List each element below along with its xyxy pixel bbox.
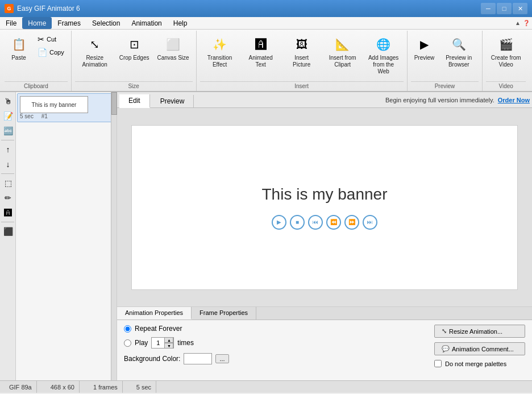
main-layout: 🖱 📝 🔤 ↑ ↓ ⬚ ✏ 🅰 ⬛ This is my banner 5 se… — [0, 92, 532, 380]
resize-animation-button[interactable]: ⤡ Resize Animation — [75, 33, 115, 70]
play-button[interactable]: ▶ — [272, 215, 286, 230]
clipboard-group: 📋 Paste ✂ Cut 📄 Copy Clipboard — [2, 31, 72, 91]
animation-comment-button[interactable]: 💬 Animation Comment... — [434, 342, 525, 355]
preview-group: ▶ Preview 🔍 Preview in Browser Preview — [409, 31, 483, 91]
select-area-button[interactable]: ⬚ — [1, 176, 15, 190]
maximize-button[interactable]: □ — [497, 3, 512, 14]
bg-color-browse-button[interactable]: ... — [215, 354, 228, 363]
ribbon: 📋 Paste ✂ Cut 📄 Copy Clipboard ⤡ Resize … — [0, 30, 532, 92]
next-frame-button[interactable]: ⏩ — [344, 215, 359, 230]
close-button[interactable]: ✕ — [513, 3, 527, 14]
status-duration: 5 sec — [132, 381, 156, 393]
play-times-radio[interactable] — [124, 339, 131, 347]
add-images-web-button[interactable]: 🌐 Add Images from the Web — [364, 33, 404, 77]
app-icon: G — [5, 4, 14, 13]
status-bar: GIF 89a 468 x 60 1 frames 5 sec — [0, 380, 532, 393]
text-add-button[interactable]: 🅰 — [1, 206, 15, 219]
preview-icon: ▶ — [415, 35, 433, 53]
bg-color-row: Background Color: ... — [124, 353, 229, 364]
first-frame-button[interactable]: ⏮ — [308, 215, 323, 230]
preview-browser-icon: 🔍 — [450, 35, 468, 53]
insert-clipart-button[interactable]: 📐 Insert from Clipart — [323, 33, 363, 70]
scrollbar-thumb[interactable] — [111, 92, 117, 115]
promo-text: Begin enjoying full version immediately. — [385, 97, 494, 103]
content-top-bar: Edit Preview Begin enjoying full version… — [117, 92, 532, 108]
last-frame-button[interactable]: ⏭ — [363, 215, 377, 230]
frame-duration: 5 sec #1 — [20, 113, 113, 119]
draw-tool-button[interactable]: ✏ — [1, 191, 15, 205]
cut-button[interactable]: ✂ Cut — [34, 33, 68, 45]
play-times-down[interactable]: ▼ — [164, 343, 173, 349]
animation-comment-icon: 💬 — [442, 345, 450, 352]
menu-help[interactable]: Help — [168, 17, 193, 29]
crop-edges-button[interactable]: ⊡ Crop Edges — [116, 33, 153, 64]
stop-button[interactable]: ■ — [290, 215, 305, 230]
prev-frame-button[interactable]: ⏪ — [326, 215, 341, 230]
properties-right: ⤡ Resize Animation... 💬 Animation Commen… — [434, 325, 525, 367]
canvas-area: This is my banner ▶ ■ ⏮ ⏪ ⏩ ⏭ — [117, 108, 532, 306]
tab-bar: Edit Preview — [119, 92, 194, 108]
canvas-size-button[interactable]: ⬜ Canvas Size — [154, 33, 193, 64]
copy-icon: 📄 — [38, 48, 47, 57]
properties-tabs: Animation Properties Frame Properties — [117, 307, 532, 320]
status-format: GIF 89a — [5, 381, 37, 393]
insert-clipart-icon: 📐 — [334, 35, 352, 53]
copy-button[interactable]: 📄 Copy — [34, 46, 68, 59]
create-from-video-button[interactable]: 🎬 Create from Video — [486, 33, 526, 70]
paste-button[interactable]: 📋 Paste — [5, 33, 33, 64]
status-dimensions: 468 x 60 — [46, 381, 80, 393]
play-times-row: Play 1 ▲ ▼ times — [124, 337, 229, 349]
order-now-link[interactable]: Order Now — [498, 97, 530, 103]
help-icon[interactable]: ❓ — [523, 20, 530, 26]
tab-edit[interactable]: Edit — [119, 94, 150, 108]
extra-tool-button[interactable]: ⬛ — [1, 225, 15, 238]
frame-panel: This is my banner 5 sec #1 — [16, 92, 117, 380]
title-bar: G Easy GIF Animator 6 ─ □ ✕ — [0, 0, 532, 17]
frame-list: This is my banner 5 sec #1 — [16, 92, 117, 380]
menu-animation[interactable]: Animation — [126, 17, 167, 29]
banner-text: This is my banner — [262, 185, 388, 204]
insert-picture-icon: 🖼 — [293, 35, 311, 53]
repeat-forever-radio[interactable] — [124, 325, 131, 333]
tool-divider-2 — [1, 173, 14, 174]
properties-left: Repeat Forever Play 1 ▲ ▼ times — [124, 325, 229, 367]
font-tool-button[interactable]: 🔤 — [1, 124, 15, 138]
select-tool-button[interactable]: 🖱 — [1, 94, 15, 108]
move-up-button[interactable]: ↑ — [1, 143, 15, 156]
tool-divider-3 — [1, 222, 14, 222]
tab-preview[interactable]: Preview — [151, 95, 194, 107]
move-down-button[interactable]: ↓ — [1, 157, 15, 171]
props-tab-animation[interactable]: Animation Properties — [117, 307, 192, 320]
text-tool-button[interactable]: 📝 — [1, 109, 15, 123]
preview-button[interactable]: ▶ Preview — [411, 33, 438, 64]
animated-text-button[interactable]: 🅰 Animated Text — [241, 33, 281, 70]
create-from-video-icon: 🎬 — [497, 35, 515, 53]
ribbon-collapse-arrow[interactable]: ▲ — [515, 20, 521, 26]
bg-color-picker[interactable] — [184, 353, 212, 364]
canvas-inner: This is my banner ▶ ■ ⏮ ⏪ ⏩ ⏭ — [131, 125, 518, 290]
menu-home[interactable]: Home — [22, 17, 52, 29]
frame-item[interactable]: This is my banner 5 sec #1 — [17, 93, 115, 122]
props-tab-frame[interactable]: Frame Properties — [192, 307, 256, 320]
merge-palettes-checkbox[interactable] — [434, 360, 442, 367]
minimize-button[interactable]: ─ — [481, 3, 496, 14]
properties-content: Repeat Forever Play 1 ▲ ▼ times — [117, 320, 532, 372]
playback-controls: ▶ ■ ⏮ ⏪ ⏩ ⏭ — [272, 215, 377, 230]
promo-area: Begin enjoying full version immediately.… — [385, 97, 530, 103]
insert-picture-button[interactable]: 🖼 Insert Picture — [282, 33, 322, 70]
add-images-web-icon: 🌐 — [375, 35, 393, 53]
frame-scrollbar[interactable] — [111, 92, 117, 380]
video-group: 🎬 Create from Video Video — [484, 31, 529, 91]
play-times-up[interactable]: ▲ — [164, 337, 173, 343]
menu-frames[interactable]: Frames — [52, 17, 86, 29]
preview-browser-button[interactable]: 🔍 Preview in Browser — [439, 33, 479, 70]
window-title: Easy GIF Animator 6 — [17, 5, 80, 13]
play-label: Play — [135, 339, 148, 347]
canvas-size-icon: ⬜ — [164, 35, 182, 53]
menu-file[interactable]: File — [0, 17, 22, 29]
animated-text-icon: 🅰 — [252, 35, 270, 53]
menu-selection[interactable]: Selection — [86, 17, 126, 29]
cut-icon: ✂ — [38, 35, 44, 44]
transition-effect-button[interactable]: ✨ Transition Effect — [200, 33, 240, 70]
resize-animation-props-button[interactable]: ⤡ Resize Animation... — [434, 325, 525, 338]
